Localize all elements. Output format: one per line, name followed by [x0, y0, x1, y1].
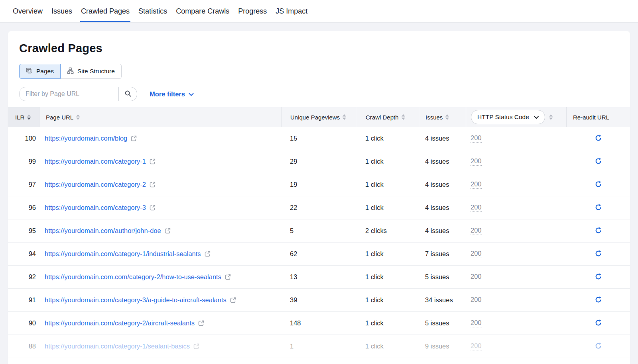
external-link-icon[interactable] — [225, 274, 231, 280]
table-body: 100 https://yourdomain.com/blog 15 1 cli… — [8, 127, 630, 358]
page-url-cell: https://yourdomain.com/category-3 — [40, 204, 281, 211]
crawl-depth-value: 1 click — [365, 181, 384, 188]
unique-pageviews-cell: 1 — [281, 342, 357, 350]
search-button[interactable] — [118, 87, 137, 101]
crawl-depth-value: 1 click — [365, 342, 384, 350]
ilr-cell: 95 — [8, 227, 40, 235]
column-header-page-url[interactable]: Page URL — [40, 107, 281, 127]
http-status-value[interactable]: 200 — [471, 342, 482, 350]
ilr-cell: 100 — [8, 135, 40, 142]
column-header-ilr[interactable]: ILR — [8, 107, 40, 127]
url-filter-input[interactable] — [20, 87, 118, 101]
issues-cell: 4 issues — [419, 227, 466, 235]
nav-tab-js-impact[interactable]: JS Impact — [271, 0, 312, 22]
re-audit-button[interactable] — [592, 179, 604, 191]
issues-value: 4 issues — [425, 204, 449, 211]
external-link-icon[interactable] — [230, 297, 236, 303]
toggle-site-structure-button[interactable]: Site Structure — [61, 64, 122, 79]
http-status-code-dropdown[interactable]: HTTP Status Code — [471, 110, 545, 124]
re-audit-button[interactable] — [592, 294, 604, 306]
page-url-link[interactable]: https://yourdomain.com.com/category-2/ho… — [45, 273, 221, 281]
page-url-cell: https://yourdomain.com.com/category-2/ho… — [40, 273, 281, 281]
page-url-link[interactable]: https://yourdomain.com/category-1/indust… — [45, 250, 201, 258]
re-audit-button[interactable] — [592, 225, 604, 237]
http-status-value[interactable]: 200 — [471, 296, 482, 304]
nav-tab-overview[interactable]: Overview — [8, 0, 47, 22]
external-link-icon[interactable] — [150, 205, 156, 211]
nav-tab-compare-crawls[interactable]: Compare Crawls — [171, 0, 234, 22]
http-status-value[interactable]: 200 — [471, 157, 482, 166]
external-link-icon[interactable] — [150, 182, 156, 188]
re-audit-button[interactable] — [592, 271, 604, 283]
chevron-down-icon — [189, 90, 194, 98]
issues-cell: 7 issues — [419, 250, 466, 258]
nav-tab-progress[interactable]: Progress — [234, 0, 271, 22]
unique-pageviews-cell: 29 — [281, 158, 357, 165]
crawl-depth-cell: 1 click — [357, 204, 419, 211]
column-header-unique-pageviews[interactable]: Unique Pageviews — [281, 107, 357, 127]
page-url-link[interactable]: https://yourdomain.com/category-3 — [45, 204, 146, 211]
page-url-link[interactable]: https://yourdomain.com/category-1 — [45, 158, 146, 165]
column-header-issues[interactable]: Issues — [419, 107, 466, 127]
re-audit-cell — [566, 248, 630, 260]
issues-cell: 4 issues — [419, 158, 466, 165]
external-link-icon[interactable] — [198, 320, 204, 326]
page-url-link[interactable]: https://yourdomain.com/author/john-doe — [45, 227, 161, 235]
http-status-cell: 200 — [466, 180, 566, 189]
sort-icon-http-status[interactable] — [549, 114, 553, 120]
re-audit-button[interactable] — [592, 156, 604, 168]
page-url-link[interactable]: https://yourdomain.com/category-3/a-guid… — [45, 296, 226, 304]
external-link-icon[interactable] — [205, 251, 211, 257]
nav-tab-crawled-pages[interactable]: Crawled Pages — [77, 0, 134, 22]
page-url-link[interactable]: https://yourdomain.com/blog — [45, 135, 127, 142]
http-status-cell: 200 — [466, 296, 566, 304]
column-header-page-url-label: Page URL — [46, 114, 73, 121]
unique-pageviews-cell: 5 — [281, 227, 357, 235]
http-status-value[interactable]: 200 — [471, 227, 482, 235]
re-audit-button[interactable] — [592, 202, 604, 214]
external-link-icon[interactable] — [131, 135, 137, 141]
ilr-value: 95 — [29, 227, 36, 235]
ilr-value: 100 — [25, 135, 36, 142]
http-status-value[interactable]: 200 — [471, 273, 482, 281]
crawl-depth-value: 1 click — [365, 273, 384, 281]
http-status-value[interactable]: 200 — [471, 204, 482, 212]
http-status-value[interactable]: 200 — [471, 319, 482, 327]
external-link-icon[interactable] — [165, 228, 171, 234]
re-audit-button[interactable] — [592, 133, 604, 145]
crawl-depth-value: 1 click — [365, 204, 384, 211]
external-link-icon[interactable] — [193, 343, 199, 349]
re-audit-button[interactable] — [592, 317, 604, 329]
page-url-link[interactable]: https://yourdomain.com/category-2 — [45, 181, 146, 188]
unique-pageviews-value: 19 — [290, 181, 297, 188]
unique-pageviews-cell: 148 — [281, 319, 357, 327]
page-url-link[interactable]: https://yourdomain.com/category-2/aircra… — [45, 319, 195, 327]
refresh-icon — [595, 157, 602, 166]
http-status-value[interactable]: 200 — [471, 250, 482, 258]
unique-pageviews-value: 5 — [290, 227, 293, 235]
page-url-cell: https://yourdomain.com/category-3/a-guid… — [40, 296, 281, 304]
column-header-crawl-depth[interactable]: Crawl Depth — [357, 107, 419, 127]
refresh-icon — [595, 180, 602, 189]
page-url-cell: https://yourdomain.com/blog — [40, 135, 281, 142]
ilr-value: 91 — [29, 296, 36, 304]
http-status-value[interactable]: 200 — [471, 134, 482, 143]
crawl-depth-value: 2 clicks — [365, 227, 387, 235]
http-status-cell: 200 — [466, 227, 566, 235]
nav-tab-issues[interactable]: Issues — [47, 0, 77, 22]
http-status-cell: 200 — [466, 273, 566, 281]
re-audit-button[interactable] — [592, 341, 604, 352]
re-audit-button[interactable] — [592, 248, 604, 260]
more-filters-label: More filters — [150, 90, 185, 98]
http-status-value[interactable]: 200 — [471, 180, 482, 189]
more-filters-button[interactable]: More filters — [150, 90, 194, 98]
page-url-cell: https://yourdomain.com/category-2/aircra… — [40, 319, 281, 327]
nav-tab-statistics[interactable]: Statistics — [134, 0, 171, 22]
ilr-cell: 88 — [8, 342, 40, 350]
http-status-cell: 200 — [466, 204, 566, 212]
re-audit-cell — [566, 156, 630, 168]
external-link-icon[interactable] — [150, 159, 156, 164]
refresh-icon — [595, 342, 602, 351]
toggle-pages-button[interactable]: Pages — [19, 64, 61, 79]
page-url-link[interactable]: https://yourdomain.com/category-1/sealan… — [45, 342, 190, 350]
